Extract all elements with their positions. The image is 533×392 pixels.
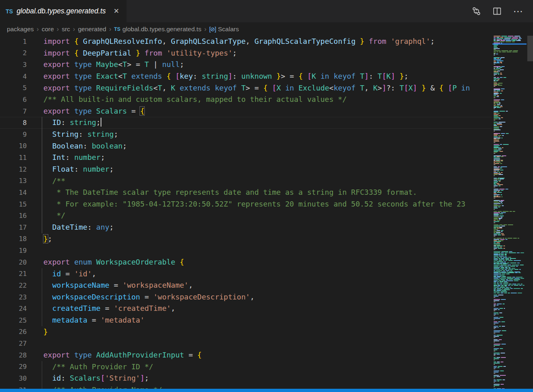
line-number[interactable]: 6 (0, 96, 27, 103)
code-text[interactable]: export type RequireFields<T, K extends k… (43, 82, 470, 94)
breadcrumb-item-scalars[interactable]: [⊘]Scalars (209, 26, 239, 33)
code-line-29[interactable]: 29 /** Auth Provider ID */ (0, 361, 492, 373)
code-line-19[interactable]: 19 (0, 245, 492, 256)
code-line-26[interactable]: 26} (0, 326, 492, 338)
line-number[interactable]: 26 (0, 328, 27, 336)
code-text[interactable]: import { GraphQLResolveInfo, GraphQLScal… (43, 36, 435, 47)
code-line-7[interactable]: 7export type Scalars = { (0, 106, 492, 117)
line-number[interactable]: 15 (0, 200, 27, 208)
code-line-31[interactable]: 31 /** Auth Provider Name */ (0, 384, 492, 389)
line-number[interactable]: 1 (0, 38, 27, 45)
code-line-10[interactable]: 10 Boolean: boolean; (0, 140, 492, 152)
code-text[interactable]: DateTime: any; (43, 222, 114, 233)
code-text[interactable]: Int: number; (43, 152, 105, 164)
line-number[interactable]: 24 (0, 305, 27, 312)
code-line-27[interactable]: 27 (0, 338, 492, 349)
line-number[interactable]: 11 (0, 154, 27, 162)
code-text[interactable]: export type AddAuthProviderInput = { (43, 349, 202, 361)
code-text[interactable]: /** All built-in and custom scalars, map… (43, 94, 347, 106)
code-text[interactable]: export type Maybe<T> = T | null; (43, 59, 184, 71)
breadcrumb-item-core[interactable]: core (42, 26, 54, 33)
code-line-21[interactable]: 21 id = 'id', (0, 268, 492, 280)
code-text[interactable]: createdTime = 'createdTime', (43, 303, 175, 314)
line-number[interactable]: 14 (0, 189, 27, 196)
line-number[interactable]: 10 (0, 142, 27, 150)
code-line-25[interactable]: 25 metadata = 'metadata' (0, 314, 492, 326)
code-text[interactable]: import { DeepPartial } from 'utility-typ… (43, 47, 237, 59)
code-line-2[interactable]: 2import { DeepPartial } from 'utility-ty… (0, 47, 492, 59)
status-bar[interactable] (0, 389, 533, 392)
code-line-23[interactable]: 23 workspaceDescription = 'workspaceDesc… (0, 291, 492, 303)
split-editor-icon[interactable] (492, 6, 502, 16)
code-line-15[interactable]: 15 * For example: "1985-04-12T23:20:50.5… (0, 198, 492, 210)
code-line-28[interactable]: 28export type AddAuthProviderInput = { (0, 349, 492, 361)
code-text[interactable]: workspaceDescription = 'workspaceDescrip… (43, 291, 254, 303)
code-text[interactable]: ID: string; (43, 117, 101, 129)
code-line-13[interactable]: 13 /** (0, 175, 492, 187)
code-text[interactable]: metadata = 'metadata' (43, 314, 144, 326)
line-number[interactable]: 29 (0, 363, 27, 370)
line-number[interactable]: 19 (0, 247, 27, 254)
line-number[interactable]: 23 (0, 293, 27, 301)
line-number[interactable]: 12 (0, 166, 27, 173)
code-text[interactable]: Boolean: boolean; (43, 140, 127, 152)
code-line-8[interactable]: 8 ID: string; (0, 117, 492, 129)
code-line-17[interactable]: 17 DateTime: any; (0, 222, 492, 233)
line-number[interactable]: 30 (0, 375, 27, 382)
line-number[interactable]: 17 (0, 224, 27, 231)
line-number[interactable]: 7 (0, 108, 27, 115)
breadcrumb-item-generated[interactable]: generated (78, 26, 106, 33)
code-text[interactable]: * For example: "1985-04-12T23:20:50.52Z"… (43, 198, 465, 210)
code-text[interactable]: String: string; (43, 129, 118, 140)
code-text[interactable]: export enum WorkspaceOrderable { (43, 256, 184, 268)
line-number[interactable]: 21 (0, 270, 27, 278)
line-number[interactable]: 4 (0, 73, 27, 80)
line-number[interactable]: 27 (0, 340, 27, 347)
code-line-9[interactable]: 9 String: string; (0, 129, 492, 140)
code-line-20[interactable]: 20export enum WorkspaceOrderable { (0, 256, 492, 268)
line-number[interactable]: 9 (0, 131, 27, 138)
code-line-5[interactable]: 5export type RequireFields<T, K extends … (0, 82, 492, 94)
code-text[interactable]: workspaceName = 'workspaceName', (43, 280, 193, 291)
line-number[interactable]: 16 (0, 212, 27, 220)
code-line-12[interactable]: 12 Float: number; (0, 164, 492, 175)
line-number[interactable]: 2 (0, 49, 27, 57)
code-text[interactable]: /** Auth Provider Name */ (43, 384, 162, 389)
code-text[interactable]: } (43, 326, 48, 338)
code-text[interactable]: export type Scalars = { (43, 106, 144, 117)
line-number[interactable]: 22 (0, 282, 27, 289)
code-line-1[interactable]: 1import { GraphQLResolveInfo, GraphQLSca… (0, 36, 492, 47)
line-number[interactable]: 8 (0, 119, 27, 127)
code-text[interactable]: export type Exact<T extends { [key: stri… (43, 71, 408, 82)
code-line-22[interactable]: 22 workspaceName = 'workspaceName', (0, 280, 492, 291)
code-text[interactable]: /** (43, 175, 65, 187)
code-text[interactable]: id: Scalars['String']; (43, 373, 149, 384)
line-number[interactable]: 13 (0, 177, 27, 185)
tab-global-db-types-generated[interactable]: TS global.db.types.generated.ts ✕ (0, 0, 127, 22)
compare-changes-icon[interactable] (472, 6, 481, 16)
code-editor[interactable]: 1import { GraphQLResolveInfo, GraphQLSca… (0, 36, 492, 389)
line-number[interactable]: 28 (0, 351, 27, 359)
line-number[interactable]: 25 (0, 317, 27, 324)
code-line-6[interactable]: 6/** All built-in and custom scalars, ma… (0, 94, 492, 106)
code-text[interactable]: /** Auth Provider ID */ (43, 361, 153, 373)
breadcrumb-item-global-db-types-generated-ts[interactable]: TSglobal.db.types.generated.ts (114, 26, 201, 33)
code-line-16[interactable]: 16 */ (0, 210, 492, 222)
code-line-24[interactable]: 24 createdTime = 'createdTime', (0, 303, 492, 314)
code-line-11[interactable]: 11 Int: number; (0, 152, 492, 164)
breadcrumb-item-src[interactable]: src (62, 26, 70, 33)
code-line-4[interactable]: 4export type Exact<T extends { [key: str… (0, 71, 492, 82)
minimap[interactable] (492, 36, 527, 389)
code-text[interactable]: * The DateTime scalar type represents da… (43, 187, 417, 198)
code-text[interactable]: Float: number; (43, 164, 114, 175)
code-text[interactable]: }; (43, 233, 52, 245)
code-text[interactable]: */ (43, 210, 65, 222)
code-line-30[interactable]: 30 id: Scalars['String']; (0, 373, 492, 384)
breadcrumb-item-packages[interactable]: packages (7, 26, 34, 33)
vertical-scrollbar[interactable] (527, 36, 533, 389)
close-icon[interactable]: ✕ (114, 8, 119, 15)
line-number[interactable]: 3 (0, 61, 27, 69)
line-number[interactable]: 20 (0, 258, 27, 266)
line-number[interactable]: 18 (0, 235, 27, 243)
code-line-14[interactable]: 14 * The DateTime scalar type represents… (0, 187, 492, 198)
